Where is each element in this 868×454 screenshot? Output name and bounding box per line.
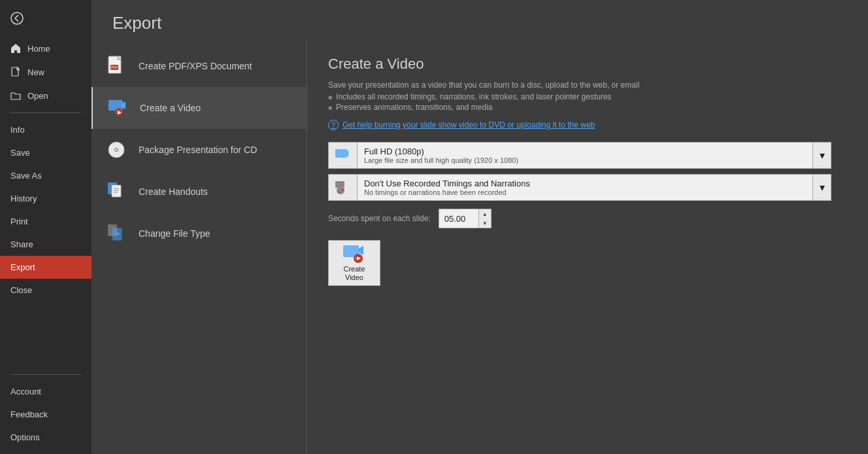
detail-title: Create a Video bbox=[328, 56, 847, 73]
quality-sub-text: Large file size and full high quality (1… bbox=[364, 156, 806, 164]
export-cd-label: Package Presentation for CD bbox=[139, 145, 257, 155]
sidebar-divider-1 bbox=[10, 113, 81, 113]
pdf-icon: PDF bbox=[106, 56, 127, 77]
sidebar-feedback-label: Feedback bbox=[10, 410, 48, 419]
seconds-label: Seconds spent on each slide: bbox=[328, 214, 431, 223]
svg-point-23 bbox=[337, 186, 344, 194]
bullet-text-2: Preserves animations, transitions, and m… bbox=[336, 103, 492, 112]
timing-dropdown-icon bbox=[329, 175, 358, 200]
svg-rect-14 bbox=[112, 185, 121, 197]
sidebar-history-label: History bbox=[10, 194, 37, 203]
export-menu-item-handouts[interactable]: Create Handouts bbox=[92, 171, 307, 213]
detail-bullet-2: ■ Preserves animations, transitions, and… bbox=[328, 103, 847, 112]
sidebar-item-account[interactable]: Account bbox=[0, 380, 92, 403]
back-icon bbox=[10, 12, 24, 25]
sidebar-open-label: Open bbox=[27, 91, 48, 101]
bullet-text-1: Includes all recorded timings, narration… bbox=[336, 92, 612, 101]
quality-dropdown-icon bbox=[329, 143, 358, 168]
sidebar-item-info[interactable]: Info bbox=[0, 118, 92, 141]
create-video-icon bbox=[342, 244, 366, 264]
export-menu-item-cd[interactable]: Package Presentation for CD bbox=[92, 129, 307, 171]
handouts-icon-box bbox=[105, 180, 128, 203]
export-menu: PDF Create PDF/XPS Document ▶ Create a V… bbox=[92, 40, 307, 454]
quality-dropdown-content: Full HD (1080p) Large file size and full… bbox=[358, 143, 812, 168]
quality-dropdown[interactable]: Full HD (1080p) Large file size and full… bbox=[328, 142, 831, 169]
sidebar-item-new[interactable]: New bbox=[0, 60, 92, 84]
sidebar-home-label: Home bbox=[27, 44, 50, 54]
sidebar-item-saveas[interactable]: Save As bbox=[0, 164, 92, 187]
help-link-text: Get help burning your slide show video t… bbox=[342, 120, 595, 130]
export-menu-item-filetype[interactable]: Change File Type bbox=[92, 213, 307, 254]
timing-sub-text: No timings or narrations have been recor… bbox=[364, 188, 806, 196]
export-handouts-label: Create Handouts bbox=[139, 186, 208, 197]
sidebar: Home New Open Info Save Save As History … bbox=[0, 0, 92, 454]
sidebar-new-label: New bbox=[27, 67, 44, 77]
page-header: Export bbox=[92, 0, 868, 40]
sidebar-saveas-label: Save As bbox=[10, 171, 42, 181]
export-menu-item-pdf[interactable]: PDF Create PDF/XPS Document bbox=[92, 45, 307, 87]
svg-text:PDF: PDF bbox=[111, 65, 118, 69]
sidebar-account-label: Account bbox=[10, 387, 41, 396]
svg-point-12 bbox=[116, 149, 118, 151]
sidebar-print-label: Print bbox=[10, 217, 28, 226]
export-video-label: Create a Video bbox=[140, 103, 201, 113]
main-body: PDF Create PDF/XPS Document ▶ Create a V… bbox=[92, 40, 868, 454]
sidebar-item-share[interactable]: Share bbox=[0, 233, 92, 256]
cd-icon bbox=[106, 139, 127, 160]
sidebar-bottom: Account Feedback Options bbox=[0, 369, 92, 454]
main-content: Export PDF Create PDF/XPS Document bbox=[92, 0, 868, 454]
seconds-row: Seconds spent on each slide: ▲ ▼ bbox=[328, 209, 847, 228]
help-link[interactable]: ? Get help burning your slide show video… bbox=[328, 120, 847, 130]
export-menu-item-video[interactable]: ▶ Create a Video bbox=[92, 87, 307, 129]
new-icon bbox=[10, 67, 21, 77]
sidebar-nav: Home New Open Info Save Save As History … bbox=[0, 37, 92, 369]
sidebar-item-close[interactable]: Close bbox=[0, 279, 92, 302]
bullet-icon-2: ■ bbox=[328, 104, 332, 111]
sidebar-item-print[interactable]: Print bbox=[0, 210, 92, 233]
seconds-input-wrap: ▲ ▼ bbox=[439, 209, 492, 228]
bullet-icon-1: ■ bbox=[328, 94, 332, 101]
quality-dropdown-row: Full HD (1080p) Large file size and full… bbox=[328, 142, 847, 169]
sidebar-options-label: Options bbox=[10, 432, 40, 442]
sidebar-item-feedback[interactable]: Feedback bbox=[0, 403, 92, 426]
export-pdf-label: Create PDF/XPS Document bbox=[139, 61, 252, 71]
timing-main-text: Don't Use Recorded Timings and Narration… bbox=[364, 179, 806, 188]
svg-marker-21 bbox=[347, 150, 348, 157]
timing-dropdown-arrow[interactable]: ▾ bbox=[812, 175, 831, 200]
quality-dropdown-arrow[interactable]: ▾ bbox=[812, 143, 831, 168]
sidebar-item-history[interactable]: History bbox=[0, 187, 92, 210]
video-icon-box: ▶ bbox=[106, 96, 129, 120]
sidebar-item-save[interactable]: Save bbox=[0, 141, 92, 164]
sidebar-divider-2 bbox=[10, 374, 81, 375]
seconds-up-button[interactable]: ▲ bbox=[479, 209, 491, 218]
sidebar-item-options[interactable]: Options bbox=[0, 426, 92, 449]
create-video-btn-label: Create Video bbox=[343, 265, 365, 282]
detail-bullets: ■ Includes all recorded timings, narrati… bbox=[328, 92, 847, 112]
timing-dropdown-content: Don't Use Recorded Timings and Narration… bbox=[358, 175, 812, 200]
create-video-button[interactable]: Create Video bbox=[328, 240, 380, 286]
svg-marker-27 bbox=[359, 246, 363, 255]
sidebar-item-home[interactable]: Home bbox=[0, 37, 92, 60]
seconds-input[interactable] bbox=[439, 211, 478, 226]
seconds-down-button[interactable]: ▼ bbox=[479, 218, 491, 228]
export-detail: Create a Video Save your presentation as… bbox=[307, 40, 868, 454]
timing-dropdown[interactable]: Don't Use Recorded Timings and Narration… bbox=[328, 174, 831, 201]
page-title: Export bbox=[112, 13, 847, 33]
svg-rect-20 bbox=[335, 149, 347, 158]
seconds-spinner: ▲ ▼ bbox=[478, 209, 491, 228]
sidebar-save-label: Save bbox=[10, 148, 30, 158]
back-button[interactable] bbox=[0, 0, 92, 37]
detail-bullet-1: ■ Includes all recorded timings, narrati… bbox=[328, 92, 847, 101]
filetype-icon bbox=[106, 223, 127, 244]
export-filetype-label: Change File Type bbox=[139, 228, 210, 239]
question-icon: ? bbox=[328, 120, 339, 130]
timing-icon bbox=[334, 179, 352, 197]
video-menu-icon: ▶ bbox=[107, 97, 128, 118]
handouts-icon bbox=[106, 181, 127, 202]
detail-description: Save your presentation as a video that y… bbox=[328, 80, 847, 90]
sidebar-item-export[interactable]: Export bbox=[0, 256, 92, 279]
svg-rect-19 bbox=[112, 228, 122, 240]
sidebar-item-open[interactable]: Open bbox=[0, 84, 92, 107]
timing-dropdown-row: Don't Use Recorded Timings and Narration… bbox=[328, 174, 847, 201]
sidebar-close-label: Close bbox=[10, 285, 32, 295]
